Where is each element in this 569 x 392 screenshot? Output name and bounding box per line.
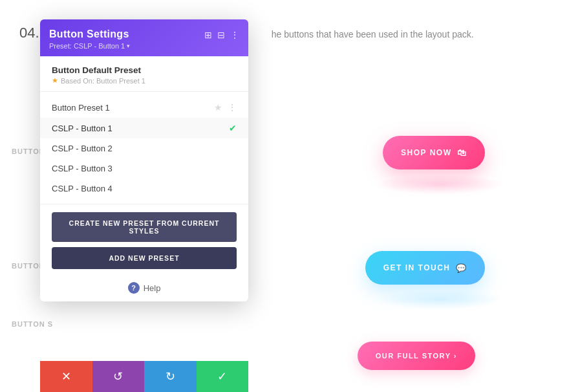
chevron-down-icon: ▾ [127, 43, 130, 49]
collapse-icon[interactable]: ⊟ [217, 30, 225, 40]
panel-header-info: Button Settings Preset: CSLP - Button 1 … [49, 28, 130, 50]
preset-item-check: ✔ [229, 123, 237, 133]
preset-item-button-preset-1[interactable]: Button Preset 1 ★ ⋮ [40, 97, 248, 118]
close-button[interactable]: ✕ [40, 361, 92, 392]
help-icon: ? [128, 282, 140, 294]
dots-menu-icon[interactable]: ⋮ [228, 102, 237, 113]
check-icon: ✔ [229, 123, 237, 133]
redo-button[interactable]: ↻ [144, 361, 197, 392]
action-buttons-area: CREATE NEW PRESET FROM CURRENT STYLES AD… [40, 204, 248, 274]
preset-label: CSLP - Button 4 [52, 184, 113, 193]
touch-glow [375, 290, 504, 309]
our-full-story-label: OUR FULL STORY › [376, 352, 457, 360]
more-options-icon[interactable]: ⋮ [230, 30, 239, 40]
panel-preset-label: Preset: CSLP - Button 1 [49, 42, 125, 50]
star-button[interactable]: ★ [214, 102, 222, 113]
star-icon: ★ [52, 76, 58, 85]
default-preset-subtitle: ★ Based On: Button Preset 1 [52, 76, 237, 85]
confirm-button[interactable]: ✓ [197, 361, 249, 392]
close-icon: ✕ [61, 369, 71, 384]
default-preset-title: Button Default Preset [52, 65, 237, 75]
left-label-3: BUTTON S [12, 320, 53, 328]
shop-now-label: SHOP NOW [401, 148, 451, 157]
preset-label: CSLP - Button 2 [52, 144, 113, 153]
preset-item-actions: ★ ⋮ [214, 102, 237, 113]
panel-header: Button Settings Preset: CSLP - Button 1 … [40, 19, 248, 56]
preset-label: Button Preset 1 [52, 103, 110, 113]
undo-button[interactable]: ↺ [92, 361, 145, 392]
expand-icon[interactable]: ⊞ [204, 30, 212, 40]
panel-title: Button Settings [49, 28, 130, 40]
undo-icon: ↺ [113, 369, 123, 384]
confirm-icon: ✓ [217, 369, 227, 384]
get-in-touch-label: GET IN TOUCH [383, 263, 451, 272]
shop-now-button[interactable]: SHOP NOW [383, 136, 485, 169]
preset-label: CSLP - Button 1 [52, 124, 113, 133]
page-description: he buttons that have been used in the la… [272, 29, 474, 39]
shop-glow [375, 175, 504, 194]
redo-icon: ↻ [166, 369, 175, 384]
bottom-toolbar: ✕ ↺ ↻ ✓ [40, 361, 248, 392]
default-preset-section: Button Default Preset ★ Based On: Button… [40, 56, 248, 92]
preset-item-cslp-1[interactable]: CSLP - Button 1 ✔ [40, 118, 248, 138]
help-label: Help [144, 283, 161, 293]
get-in-touch-button[interactable]: GET IN TOUCH [365, 251, 485, 285]
create-preset-button[interactable]: CREATE NEW PRESET FROM CURRENT STYLES [52, 212, 237, 242]
panel-subtitle[interactable]: Preset: CSLP - Button 1 ▾ [49, 42, 130, 50]
preset-label: CSLP - Button 3 [52, 164, 113, 173]
based-on-label: Based On: Button Preset 1 [61, 77, 145, 85]
preset-list: Button Preset 1 ★ ⋮ CSLP - Button 1 ✔ CS… [40, 92, 248, 204]
our-full-story-button[interactable]: OUR FULL STORY › [358, 342, 475, 370]
panel-header-actions: ⊞ ⊟ ⋮ [204, 30, 239, 40]
help-row[interactable]: ? Help [40, 274, 248, 301]
preset-item-cslp-2[interactable]: CSLP - Button 2 [40, 138, 248, 158]
panel-body: Button Default Preset ★ Based On: Button… [40, 56, 248, 301]
preset-item-cslp-4[interactable]: CSLP - Button 4 [40, 179, 248, 199]
preset-item-cslp-3[interactable]: CSLP - Button 3 [40, 158, 248, 179]
button-settings-panel: Button Settings Preset: CSLP - Button 1 … [40, 19, 248, 301]
add-preset-button[interactable]: ADD NEW PRESET [52, 247, 237, 269]
